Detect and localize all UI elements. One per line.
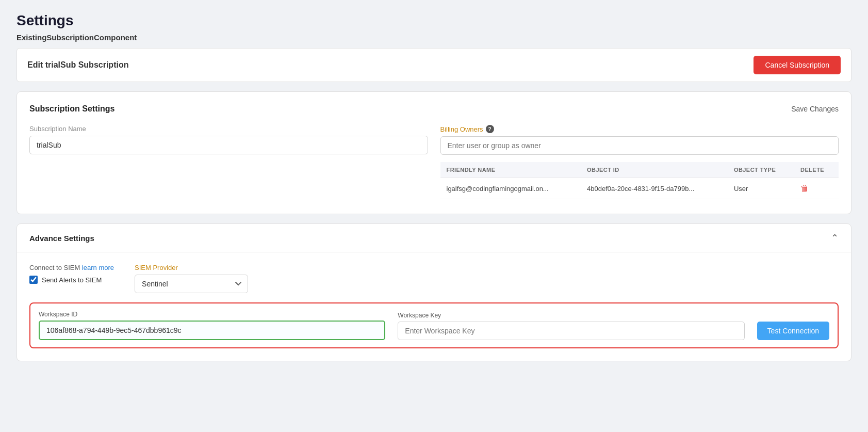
component-label: ExistingSubscriptionComponent bbox=[17, 33, 851, 42]
owners-table: FRIENDLY NAME OBJECT ID OBJECT TYPE DELE… bbox=[440, 162, 839, 199]
test-connection-button[interactable]: Test Connection bbox=[757, 322, 829, 340]
billing-owners-label-text: Billing Owners bbox=[440, 125, 483, 133]
cancel-subscription-button[interactable]: Cancel Subscription bbox=[754, 56, 841, 74]
billing-owners-col: Billing Owners ? FRIENDLY NAME OBJECT ID… bbox=[440, 125, 839, 199]
billing-owners-input[interactable] bbox=[440, 136, 839, 155]
billing-owners-info-icon: ? bbox=[486, 125, 494, 133]
col-object-type: OBJECT TYPE bbox=[728, 162, 794, 178]
workspace-key-input[interactable] bbox=[398, 322, 744, 340]
siem-provider-col: SIEM Provider Sentinel bbox=[135, 264, 248, 293]
page-title: Settings bbox=[17, 12, 851, 29]
workspace-id-col: Workspace ID bbox=[39, 311, 385, 340]
siem-label-text: Connect to SIEM learn more bbox=[29, 264, 114, 271]
table-row: igalfsg@codingflamingogmail.on... 4b0def… bbox=[440, 178, 839, 199]
col-object-id: OBJECT ID bbox=[581, 162, 728, 178]
workspace-row: Workspace ID Workspace Key Test Connecti… bbox=[29, 302, 839, 348]
connect-to-siem-text: Connect to SIEM bbox=[29, 264, 80, 271]
send-alerts-row: Send Alerts to SIEM bbox=[29, 276, 114, 284]
owners-table-header-row: FRIENDLY NAME OBJECT ID OBJECT TYPE DELE… bbox=[440, 162, 839, 178]
col-delete: DELETE bbox=[794, 162, 839, 178]
card-header: Subscription Settings Save Changes bbox=[29, 104, 839, 114]
object-type-cell: User bbox=[728, 178, 794, 199]
delete-cell[interactable]: 🗑 bbox=[794, 178, 839, 199]
siem-provider-select[interactable]: Sentinel bbox=[135, 275, 248, 293]
advance-settings-title: Advance Settings bbox=[29, 234, 94, 243]
send-alerts-checkbox[interactable] bbox=[29, 276, 38, 284]
subscription-settings-title: Subscription Settings bbox=[29, 104, 114, 114]
friendly-name-cell: igalfsg@codingflamingogmail.on... bbox=[440, 178, 581, 199]
workspace-id-input[interactable] bbox=[39, 321, 385, 340]
subscription-name-input[interactable] bbox=[29, 136, 428, 154]
subscription-form-row: Subscription Name Billing Owners ? FRIEN… bbox=[29, 125, 839, 199]
edit-bar-title: Edit trialSub Subscription bbox=[27, 60, 128, 70]
workspace-key-col: Workspace Key bbox=[398, 312, 744, 340]
subscription-settings-card: Subscription Settings Save Changes Subsc… bbox=[17, 91, 851, 214]
advance-header: Advance Settings ⌃ bbox=[17, 224, 851, 252]
workspace-key-label: Workspace Key bbox=[398, 312, 744, 319]
advance-body: Connect to SIEM learn more Send Alerts t… bbox=[17, 252, 851, 361]
object-id-cell: 4b0def0a-20ce-4831-9f15-da799b... bbox=[581, 178, 728, 199]
edit-bar: Edit trialSub Subscription Cancel Subscr… bbox=[17, 48, 851, 82]
workspace-id-label: Workspace ID bbox=[39, 311, 385, 318]
subscription-name-label: Subscription Name bbox=[29, 125, 428, 133]
advance-settings-card: Advance Settings ⌃ Connect to SIEM learn… bbox=[17, 223, 851, 361]
col-friendly-name: FRIENDLY NAME bbox=[440, 162, 581, 178]
chevron-up-icon[interactable]: ⌃ bbox=[831, 232, 839, 244]
siem-provider-label: SIEM Provider bbox=[135, 264, 248, 271]
siem-connect-col: Connect to SIEM learn more Send Alerts t… bbox=[29, 264, 114, 284]
subscription-name-col: Subscription Name bbox=[29, 125, 428, 199]
siem-row: Connect to SIEM learn more Send Alerts t… bbox=[29, 264, 839, 293]
learn-more-link[interactable]: learn more bbox=[82, 264, 114, 271]
billing-owners-label-row: Billing Owners ? bbox=[440, 125, 839, 133]
delete-icon[interactable]: 🗑 bbox=[800, 184, 809, 193]
save-changes-button[interactable]: Save Changes bbox=[791, 105, 839, 113]
send-alerts-label: Send Alerts to SIEM bbox=[42, 276, 102, 284]
